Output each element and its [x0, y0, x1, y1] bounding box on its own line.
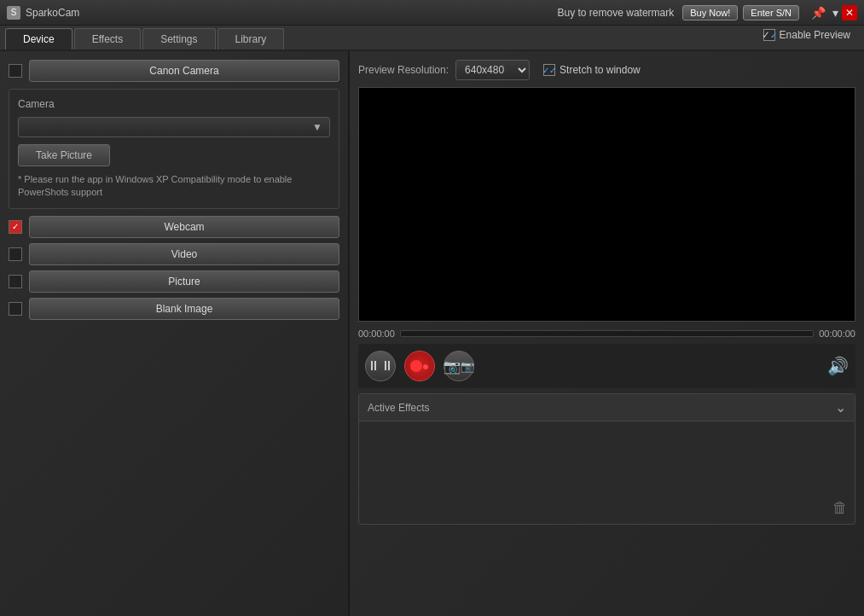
stretch-to-window-label: Stretch to window	[560, 64, 641, 76]
snapshot-button[interactable]: 📷	[444, 351, 474, 381]
pause-button[interactable]: ⏸	[365, 351, 396, 381]
progress-bar[interactable]	[400, 330, 814, 337]
preview-resolution-label: Preview Resolution:	[358, 64, 449, 76]
camera-dropdown[interactable]: ▼	[18, 117, 330, 137]
record-button[interactable]	[404, 351, 435, 381]
webcam-button[interactable]: Webcam	[29, 216, 339, 238]
dropdown-arrow-icon: ▼	[312, 121, 322, 133]
tab-library[interactable]: Library	[217, 28, 285, 49]
active-effects-label: Active Effects	[368, 402, 429, 414]
active-effects-collapse-icon[interactable]: ⌄	[835, 399, 846, 416]
video-checkbox[interactable]	[9, 247, 22, 261]
tab-settings[interactable]: Settings	[142, 28, 215, 49]
picture-row: Picture	[9, 270, 339, 293]
enable-preview-container[interactable]: ✓ Enable Preview	[763, 29, 850, 41]
pin-icon[interactable]: 📌	[811, 6, 826, 20]
blank-image-row: Blank Image	[9, 298, 339, 320]
resolution-select[interactable]: 640x480 320x240 800x600 1024x768	[455, 60, 530, 80]
right-panel: Preview Resolution: 640x480 320x240 800x…	[350, 51, 864, 616]
enable-preview-label: Enable Preview	[780, 29, 850, 41]
active-effects-body: 🗑	[359, 421, 855, 524]
picture-button[interactable]: Picture	[29, 270, 339, 293]
watermark-text: Buy to remove watermark	[558, 7, 675, 19]
camera-section-label: Camera	[18, 98, 330, 110]
enter-serial-button[interactable]: Enter S/N	[743, 5, 799, 20]
take-picture-button[interactable]: Take Picture	[18, 144, 110, 166]
preview-area	[358, 87, 855, 322]
main-area: Canon Camera Camera ▼ Take Picture * Ple…	[0, 51, 864, 616]
webcam-row: Webcam	[9, 216, 339, 238]
playback-section: 00:00:00 00:00:00 ⏸ 📷 🔊	[358, 328, 855, 388]
canon-camera-row: Canon Camera	[9, 60, 339, 82]
tab-device[interactable]: Device	[5, 28, 72, 49]
left-panel: Canon Camera Camera ▼ Take Picture * Ple…	[0, 51, 350, 616]
minimize-icon[interactable]: ▾	[832, 6, 838, 20]
canon-camera-checkbox[interactable]	[9, 64, 22, 78]
tab-effects[interactable]: Effects	[74, 28, 141, 49]
webcam-checkbox[interactable]	[9, 220, 22, 234]
enable-preview-checkbox[interactable]: ✓	[763, 29, 775, 41]
camera-section: Camera ▼ Take Picture * Please run the a…	[9, 89, 339, 209]
volume-button[interactable]: 🔊	[827, 356, 849, 376]
stretch-to-window-checkbox[interactable]: ✓	[543, 64, 555, 76]
blank-image-button[interactable]: Blank Image	[29, 298, 339, 320]
time-start: 00:00:00	[358, 328, 395, 339]
video-button[interactable]: Video	[29, 243, 339, 265]
active-effects-header: Active Effects ⌄	[359, 394, 855, 421]
buy-now-button[interactable]: Buy Now!	[682, 5, 738, 20]
stretch-to-window-container[interactable]: ✓ Stretch to window	[543, 64, 641, 76]
picture-checkbox[interactable]	[9, 275, 22, 288]
time-bar-row: 00:00:00 00:00:00	[358, 328, 855, 339]
blank-image-checkbox[interactable]	[9, 302, 22, 316]
titlebar: S SparkoCam Buy to remove watermark Buy …	[0, 0, 864, 26]
time-end: 00:00:00	[819, 328, 855, 339]
close-button[interactable]: ✕	[842, 5, 857, 20]
active-effects-section: Active Effects ⌄ 🗑	[358, 393, 855, 525]
record-icon	[410, 360, 422, 372]
video-row: Video	[9, 243, 339, 265]
transport-controls: ⏸ 📷 🔊	[358, 344, 855, 388]
compatibility-note: * Please run the app in Windows XP Compa…	[18, 173, 330, 200]
app-logo: S	[7, 6, 20, 20]
canon-camera-button[interactable]: Canon Camera	[29, 60, 339, 82]
tab-bar: Device Effects Settings Library ✓ Enable…	[0, 26, 864, 51]
app-title: SparkoCam	[26, 7, 558, 19]
preview-controls: Preview Resolution: 640x480 320x240 800x…	[358, 60, 855, 80]
delete-effects-button[interactable]: 🗑	[832, 499, 848, 517]
